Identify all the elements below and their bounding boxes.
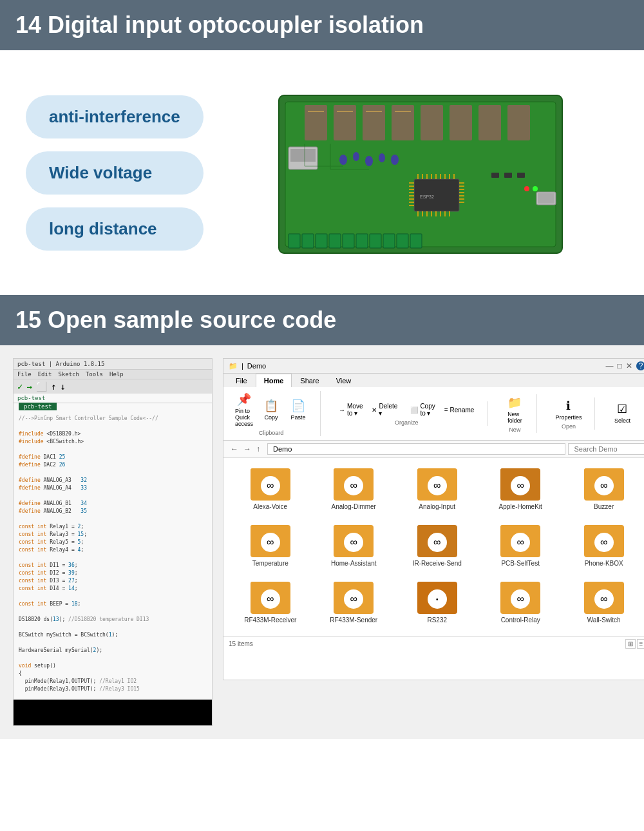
folder-rs232[interactable]: • RS232 (398, 578, 476, 624)
open-label: Open (562, 423, 576, 430)
folder-rf433m-receiver[interactable]: ∞ RF433M-Receiver (231, 578, 309, 624)
svg-rect-43 (444, 174, 446, 179)
folder-ir-receive-send[interactable]: ∞ IR-Receive-Send (398, 521, 476, 568)
folder-rf433m-receiver-label: RF433M-Receiver (244, 616, 296, 624)
arduino-menu: File Edit Sketch Tools Help (14, 370, 212, 379)
svg-rect-9 (507, 105, 530, 140)
arduino-menu-tools[interactable]: Tools (86, 371, 103, 377)
svg-rect-57 (316, 234, 327, 248)
minimize-icon[interactable]: — (605, 361, 613, 370)
arduino-title: pcb-test (14, 394, 212, 403)
arduino-save-btn[interactable]: ↓ (60, 381, 65, 392)
svg-rect-15 (290, 149, 316, 162)
svg-rect-34 (459, 195, 464, 196)
arduino-verify-btn[interactable]: ✓ (17, 381, 23, 392)
folder-alexa-voice[interactable]: ∞ Alexa-Voice (231, 464, 309, 511)
arduino-new-btn[interactable]: ⬜ (36, 381, 47, 392)
new-folder-icon: 📁 (507, 396, 522, 410)
ribbon-tab-home[interactable]: Home (256, 374, 292, 387)
svg-rect-45 (453, 174, 455, 179)
new-folder-btn[interactable]: 📁 Newfolder (503, 394, 526, 425)
help-icon[interactable]: ? (636, 361, 644, 370)
ribbon-content: 📌 Pin to Quickaccess 📋 Copy 📄 Paste Clip… (223, 387, 644, 441)
select-btn[interactable]: ☑ Select (611, 401, 634, 425)
paste-btn[interactable]: 📄 Paste (287, 397, 310, 422)
folder-wall-switch[interactable]: ∞ Wall-Switch (565, 578, 643, 624)
ribbon-tab-file[interactable]: File (227, 374, 256, 387)
copy-to-btn[interactable]: ⬜ Copy to ▾ (408, 401, 437, 418)
explorer-titlebar: 📁 | Demo — □ ✕ ? (223, 359, 644, 374)
move-to-btn[interactable]: → Move to ▾ (336, 401, 365, 418)
explorer-path-label: | (242, 362, 243, 370)
properties-icon: ℹ (566, 399, 571, 413)
home-assistant-badge: ∞ (344, 533, 363, 552)
explorer-folder-icon: 📁 (229, 362, 238, 370)
close-icon[interactable]: ✕ (626, 361, 632, 370)
delete-btn[interactable]: ✕ Delete ▾ (369, 401, 400, 418)
folder-control-relay[interactable]: ∞ Control-Relay (481, 578, 559, 624)
arduino-menu-edit[interactable]: Edit (38, 371, 52, 377)
folder-control-relay-icon: ∞ (500, 578, 540, 614)
grid-view-icon[interactable]: ⊞ (625, 639, 636, 649)
maximize-icon[interactable]: □ (617, 361, 621, 370)
folder-pcb-selftest[interactable]: ∞ PCB-SelfTest (481, 521, 559, 568)
folder-rf433m-sender[interactable]: ∞ RF433M-Sender (314, 578, 392, 624)
svg-rect-24 (409, 189, 414, 190)
svg-rect-67 (491, 173, 499, 178)
copy-btn[interactable]: 📋 Copy (260, 397, 283, 422)
pcb-image: ESP32 (223, 76, 618, 269)
arduino-menu-sketch[interactable]: Sketch (58, 371, 79, 377)
folder-analog-dimmer-label: Analog-Dimmer (331, 503, 375, 511)
arduino-ide-panel: pcb-test | Arduino 1.8.15 File Edit Sket… (13, 358, 213, 726)
clipboard-buttons: 📌 Pin to Quickaccess 📋 Copy 📄 Paste (232, 391, 310, 428)
rename-btn[interactable]: = Rename (442, 405, 477, 415)
address-input[interactable] (267, 443, 565, 455)
arduino-menu-file[interactable]: File (17, 371, 32, 377)
search-input[interactable] (568, 443, 644, 455)
folder-rf433m-receiver-icon: ∞ (251, 578, 290, 614)
svg-rect-28 (409, 202, 414, 203)
svg-rect-68 (504, 173, 512, 178)
explorer-title-controls[interactable]: — □ ✕ ? (605, 361, 644, 370)
folder-temperature[interactable]: ∞ Temperature (231, 521, 309, 568)
arduino-code: //-->PinCmp Smart Controller Sample Code… (14, 411, 212, 697)
folder-analog-dimmer[interactable]: ∞ Analog-Dimmer (314, 464, 392, 511)
svg-rect-25 (409, 192, 414, 193)
svg-rect-31 (459, 186, 464, 187)
back-btn[interactable]: ← (229, 444, 240, 454)
folder-ir-receive-send-icon: ∞ (417, 521, 457, 557)
svg-rect-62 (383, 234, 395, 248)
organize-buttons: → Move to ▾ ✕ Delete ▾ ⬜ Copy to ▾ = Re (336, 401, 477, 418)
folder-buzzer[interactable]: ∞ Buzzer (565, 464, 643, 511)
list-view-icon[interactable]: ≡ (637, 639, 644, 649)
folder-analog-input-label: Analog-Input (419, 503, 455, 511)
item-count: 15 items (229, 640, 253, 647)
folder-rs232-label: RS232 (427, 616, 447, 624)
ribbon-group-clipboard: 📌 Pin to Quickaccess 📋 Copy 📄 Paste Clip… (230, 391, 321, 436)
ribbon-group-organize: → Move to ▾ ✕ Delete ▾ ⬜ Copy to ▾ = Re (334, 401, 488, 426)
ribbon-tab-view[interactable]: View (328, 374, 360, 387)
folder-analog-input[interactable]: ∞ Analog-Input (398, 464, 476, 511)
folder-phone-kbox[interactable]: ∞ Phone-KBOX (565, 521, 643, 568)
ribbon-tab-share[interactable]: Share (292, 374, 327, 387)
folder-home-assistant[interactable]: ∞ Home-Assistant (314, 521, 392, 568)
svg-point-19 (379, 153, 385, 162)
up-btn[interactable]: ↑ (254, 444, 262, 454)
apple-homekit-badge: ∞ (511, 476, 530, 495)
svg-rect-55 (289, 234, 300, 248)
svg-rect-53 (449, 211, 450, 216)
svg-rect-7 (450, 105, 472, 140)
arduino-open-btn[interactable]: ↑ (51, 381, 56, 392)
svg-rect-44 (449, 174, 450, 179)
arduino-menu-help[interactable]: Help (109, 371, 124, 377)
arduino-upload-btn[interactable]: → (26, 381, 32, 392)
svg-rect-58 (329, 234, 341, 248)
forward-btn[interactable]: → (242, 444, 253, 454)
properties-btn[interactable]: ℹ Properties (553, 397, 584, 422)
svg-rect-38 (422, 174, 423, 179)
buzzer-badge: ∞ (594, 476, 614, 495)
svg-rect-22 (409, 182, 414, 184)
pin-to-quick-access-btn[interactable]: 📌 Pin to Quickaccess (232, 391, 256, 428)
folder-apple-homekit[interactable]: ∞ Apple-HomeKit (481, 464, 559, 511)
svg-rect-37 (417, 174, 419, 179)
